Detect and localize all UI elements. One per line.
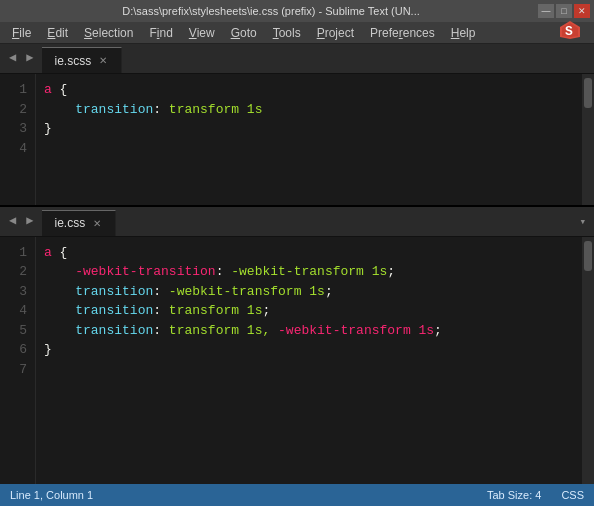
pane1-scrollbar-thumb[interactable] xyxy=(584,78,592,108)
pane2-line-6: } xyxy=(44,340,574,360)
pane2-line-numbers: 1 2 3 4 5 6 7 xyxy=(0,237,36,484)
status-bar: Line 1, Column 1 Tab Size: 4 CSS xyxy=(0,484,594,506)
pane1-line-3: } xyxy=(44,119,574,139)
status-syntax[interactable]: CSS xyxy=(561,489,584,501)
title-bar-title: D:\sass\prefix\stylesheets\ie.css (prefi… xyxy=(4,5,538,17)
pane1-tab-label: ie.scss xyxy=(54,54,91,68)
maximize-button[interactable]: □ xyxy=(556,4,572,18)
pane2-tab-ie-css[interactable]: ie.css ✕ xyxy=(42,210,116,236)
menu-find[interactable]: Find xyxy=(141,24,180,42)
pane2-code-content[interactable]: a { -webkit-transition: -webkit-transfor… xyxy=(36,237,582,484)
status-position: Line 1, Column 1 xyxy=(10,489,93,501)
menu-help[interactable]: Help xyxy=(443,24,484,42)
editor-container: ◀ ▶ ie.scss ✕ 1 2 3 4 a { transition: tr… xyxy=(0,44,594,484)
menu-edit[interactable]: Edit xyxy=(39,24,76,42)
tab-bar-1: ◀ ▶ ie.scss ✕ xyxy=(0,44,594,74)
pane-2: ◀ ▶ ie.css ✕ ▾ 1 2 3 4 5 6 7 a { -webkit… xyxy=(0,205,594,484)
pane2-tab-label: ie.css xyxy=(54,216,85,230)
status-tab-size[interactable]: Tab Size: 4 xyxy=(487,489,541,501)
pane1-tab-close[interactable]: ✕ xyxy=(97,54,109,67)
pane1-line-1: a { xyxy=(44,80,574,100)
menu-project[interactable]: Project xyxy=(309,24,362,42)
title-bar: D:\sass\prefix\stylesheets\ie.css (prefi… xyxy=(0,0,594,22)
pane1-next-arrow[interactable]: ▶ xyxy=(23,48,36,68)
pane2-line-1: a { xyxy=(44,243,574,263)
pane1-tab-ie-scss[interactable]: ie.scss ✕ xyxy=(42,47,122,73)
pane2-line-7 xyxy=(44,360,574,380)
sublime-logo: S xyxy=(556,19,590,47)
pane2-code-area: 1 2 3 4 5 6 7 a { -webkit-transition: -w… xyxy=(0,237,594,484)
pane1-prev-arrow[interactable]: ◀ xyxy=(6,48,19,68)
menu-view[interactable]: View xyxy=(181,24,223,42)
pane2-line-5: transition: transform 1s, -webkit-transf… xyxy=(44,321,574,341)
pane1-code-area: 1 2 3 4 a { transition: transform 1s } xyxy=(0,74,594,205)
minimize-button[interactable]: — xyxy=(538,4,554,18)
pane2-line-2: -webkit-transition: -webkit-transform 1s… xyxy=(44,262,574,282)
pane1-scrollbar[interactable] xyxy=(582,74,594,205)
pane1-code-content[interactable]: a { transition: transform 1s } xyxy=(36,74,582,205)
menu-goto[interactable]: Goto xyxy=(223,24,265,42)
pane2-scrollbar-thumb[interactable] xyxy=(584,241,592,271)
title-bar-controls: — □ ✕ xyxy=(538,4,590,18)
menu-file[interactable]: File xyxy=(4,24,39,42)
pane1-line-4 xyxy=(44,139,574,159)
pane-1: ◀ ▶ ie.scss ✕ 1 2 3 4 a { transition: tr… xyxy=(0,44,594,205)
pane2-scrollbar[interactable] xyxy=(582,237,594,484)
status-right: Tab Size: 4 CSS xyxy=(487,489,584,501)
pane2-line-3: transition: -webkit-transform 1s; xyxy=(44,282,574,302)
menu-selection[interactable]: Selection xyxy=(76,24,141,42)
menu-bar: File Edit Selection Find View Goto Tools… xyxy=(0,22,594,44)
pane2-line-4: transition: transform 1s; xyxy=(44,301,574,321)
menu-tools[interactable]: Tools xyxy=(265,24,309,42)
tab-bar-2: ◀ ▶ ie.css ✕ ▾ xyxy=(0,207,594,237)
pane2-next-arrow[interactable]: ▶ xyxy=(23,211,36,231)
pane2-tab-close[interactable]: ✕ xyxy=(91,217,103,230)
pane1-line-2: transition: transform 1s xyxy=(44,100,574,120)
pane1-line-numbers: 1 2 3 4 xyxy=(0,74,36,205)
close-button[interactable]: ✕ xyxy=(574,4,590,18)
svg-text:S: S xyxy=(565,24,573,39)
pane2-prev-arrow[interactable]: ◀ xyxy=(6,211,19,231)
menu-preferences[interactable]: Preferences xyxy=(362,24,443,42)
pane2-dropdown-arrow[interactable]: ▾ xyxy=(575,215,590,228)
